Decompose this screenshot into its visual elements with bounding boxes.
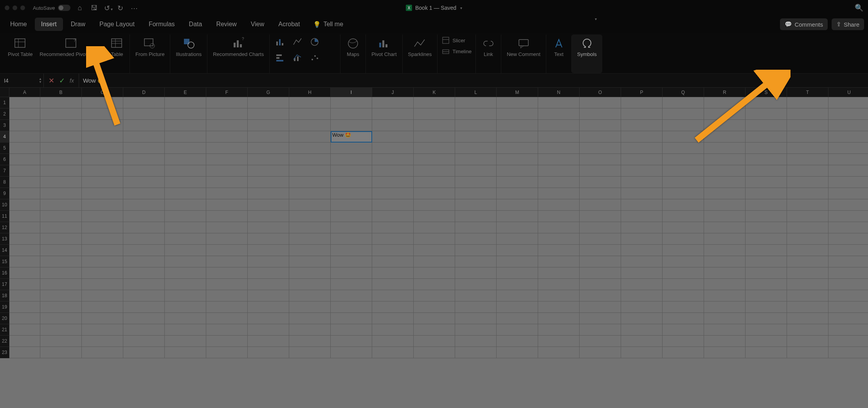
cell-K11[interactable] xyxy=(414,211,455,222)
cell-L22[interactable] xyxy=(455,336,497,347)
cell-R10[interactable] xyxy=(704,199,746,211)
cell-J12[interactable] xyxy=(372,222,414,233)
cell-I5[interactable] xyxy=(331,143,372,154)
cell-R1[interactable] xyxy=(704,97,746,108)
cell-S18[interactable] xyxy=(746,290,787,301)
cell-G5[interactable] xyxy=(248,143,289,154)
cell-K20[interactable] xyxy=(414,313,455,324)
cell-U8[interactable] xyxy=(828,177,868,188)
cell-B13[interactable] xyxy=(40,233,82,245)
cell-L13[interactable] xyxy=(455,233,497,245)
cell-O11[interactable] xyxy=(580,211,621,222)
cell-U18[interactable] xyxy=(828,290,868,301)
cell-C14[interactable] xyxy=(82,245,123,256)
cell-U15[interactable] xyxy=(828,256,868,267)
cell-J10[interactable] xyxy=(372,199,414,211)
cell-F5[interactable] xyxy=(206,143,248,154)
cell-F7[interactable] xyxy=(206,165,248,177)
cell-N22[interactable] xyxy=(538,336,580,347)
cell-M3[interactable] xyxy=(497,120,538,131)
cell-Q5[interactable] xyxy=(663,143,704,154)
cell-S22[interactable] xyxy=(746,336,787,347)
cell-K2[interactable] xyxy=(414,108,455,120)
cell-J1[interactable] xyxy=(372,97,414,108)
pie-chart-button[interactable] xyxy=(308,36,321,48)
cell-M5[interactable] xyxy=(497,143,538,154)
cell-L15[interactable] xyxy=(455,256,497,267)
cell-P7[interactable] xyxy=(621,165,663,177)
tab-draw[interactable]: Draw xyxy=(65,18,92,31)
scatter-chart-button[interactable] xyxy=(308,52,321,63)
cell-T21[interactable] xyxy=(787,324,828,336)
cell-J5[interactable] xyxy=(372,143,414,154)
row-header-18[interactable]: 18 xyxy=(0,290,9,301)
cell-A16[interactable] xyxy=(9,267,40,279)
cell-M23[interactable] xyxy=(497,347,538,358)
cell-H19[interactable] xyxy=(289,301,331,313)
cell-T22[interactable] xyxy=(787,336,828,347)
cell-A15[interactable] xyxy=(9,256,40,267)
col-header-N[interactable]: N xyxy=(538,88,580,97)
cell-E21[interactable] xyxy=(165,324,206,336)
cell-U16[interactable] xyxy=(828,267,868,279)
cell-L6[interactable] xyxy=(455,154,497,165)
cell-A1[interactable] xyxy=(9,97,40,108)
cell-K15[interactable] xyxy=(414,256,455,267)
cell-D18[interactable] xyxy=(123,290,165,301)
col-header-F[interactable]: F xyxy=(206,88,248,97)
cell-Q18[interactable] xyxy=(663,290,704,301)
cell-J7[interactable] xyxy=(372,165,414,177)
table-button[interactable]: Table xyxy=(108,36,126,58)
cell-G21[interactable] xyxy=(248,324,289,336)
cell-E17[interactable] xyxy=(165,279,206,290)
cell-H21[interactable] xyxy=(289,324,331,336)
cell-G4[interactable] xyxy=(248,131,289,143)
row-header-5[interactable]: 5 xyxy=(0,143,9,154)
cell-D21[interactable] xyxy=(123,324,165,336)
cell-I15[interactable] xyxy=(331,256,372,267)
cell-F15[interactable] xyxy=(206,256,248,267)
col-header-J[interactable]: J xyxy=(372,88,414,97)
cell-T19[interactable] xyxy=(787,301,828,313)
row-header-19[interactable]: 19 xyxy=(0,301,9,313)
cell-Q9[interactable] xyxy=(663,188,704,199)
cell-P14[interactable] xyxy=(621,245,663,256)
cell-R21[interactable] xyxy=(704,324,746,336)
cell-F3[interactable] xyxy=(206,120,248,131)
cell-P15[interactable] xyxy=(621,256,663,267)
cell-M11[interactable] xyxy=(497,211,538,222)
cell-Q21[interactable] xyxy=(663,324,704,336)
cell-R22[interactable] xyxy=(704,336,746,347)
cell-P12[interactable] xyxy=(621,222,663,233)
cell-D2[interactable] xyxy=(123,108,165,120)
cell-O15[interactable] xyxy=(580,256,621,267)
cell-U19[interactable] xyxy=(828,301,868,313)
cell-R9[interactable] xyxy=(704,188,746,199)
cell-H10[interactable] xyxy=(289,199,331,211)
cell-M7[interactable] xyxy=(497,165,538,177)
cell-O10[interactable] xyxy=(580,199,621,211)
cell-O23[interactable] xyxy=(580,347,621,358)
row-header-12[interactable]: 12 xyxy=(0,222,9,233)
col-header-K[interactable]: K xyxy=(414,88,455,97)
cell-N17[interactable] xyxy=(538,279,580,290)
col-header-L[interactable]: L xyxy=(455,88,497,97)
cell-Q16[interactable] xyxy=(663,267,704,279)
cell-S13[interactable] xyxy=(746,233,787,245)
cell-B7[interactable] xyxy=(40,165,82,177)
row-header-20[interactable]: 20 xyxy=(0,313,9,324)
cell-E9[interactable] xyxy=(165,188,206,199)
cell-P3[interactable] xyxy=(621,120,663,131)
col-header-R[interactable]: R xyxy=(704,88,746,97)
cell-N13[interactable] xyxy=(538,233,580,245)
cell-I8[interactable] xyxy=(331,177,372,188)
cell-T18[interactable] xyxy=(787,290,828,301)
cell-D1[interactable] xyxy=(123,97,165,108)
cell-C10[interactable] xyxy=(82,199,123,211)
cell-C18[interactable] xyxy=(82,290,123,301)
cell-A8[interactable] xyxy=(9,177,40,188)
cell-L16[interactable] xyxy=(455,267,497,279)
cell-I9[interactable] xyxy=(331,188,372,199)
cell-O2[interactable] xyxy=(580,108,621,120)
maps-button[interactable]: Maps xyxy=(344,36,362,58)
